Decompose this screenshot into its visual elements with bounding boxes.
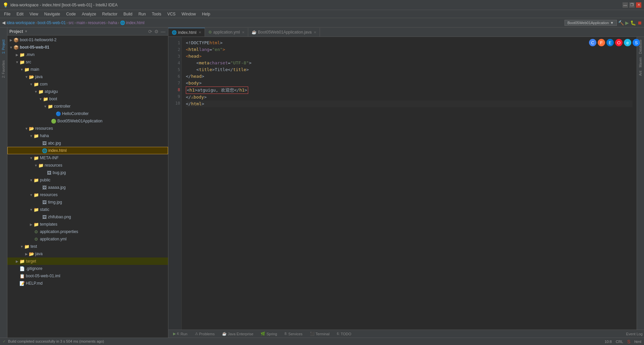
collapse-button[interactable]: — [160, 29, 166, 34]
tree-item-resources[interactable]: ▼ 📂 resources [7, 125, 168, 132]
gear-icon[interactable]: ⚙ [154, 29, 159, 34]
breadcrumb-main[interactable]: main [76, 20, 85, 25]
lang-label[interactable]: html [634, 340, 641, 344]
tree-item-zhifubao-png[interactable]: 🖼 zhifubao.png [7, 213, 168, 221]
breadcrumb-haha[interactable]: haha [108, 20, 117, 25]
tab-close-button[interactable]: ✕ [242, 31, 245, 34]
tree-item-target[interactable]: ▶ 📁 target [7, 257, 168, 265]
menu-navigate[interactable]: Navigate [42, 11, 63, 17]
menu-tools[interactable]: Tools [149, 11, 164, 17]
tab-label: index.html [178, 30, 197, 35]
menu-window[interactable]: Window [179, 11, 199, 17]
services-tab[interactable]: 8: Services [281, 330, 306, 338]
tree-item-boot-pkg[interactable]: ▼ 📁 boot [7, 95, 168, 103]
sidebar-tab-project[interactable]: 1: Project [1, 38, 6, 56]
tree-item-static[interactable]: ▼ 📁 static [7, 206, 168, 213]
tree-item-resources2[interactable]: ▼ 📁 resources [7, 162, 168, 169]
minimize-button[interactable]: — [623, 2, 628, 8]
tree-item-mvn[interactable]: ▶ 📁 .mvn [7, 51, 168, 58]
sync-button[interactable]: ⟳ [148, 29, 153, 34]
breadcrumb-src[interactable]: src [68, 20, 74, 25]
editor-tab-index-html[interactable]: 🌐 index.html ✕ [168, 28, 205, 37]
sidebar-tab-favorites[interactable]: 2: Favorites [1, 58, 6, 80]
java-enterprise-tab[interactable]: ☕ Java Enterprise [219, 330, 257, 338]
yaml-tab-icon: ⚙ [208, 30, 212, 35]
breadcrumb-resources[interactable]: resources [88, 20, 106, 25]
tree-item-test[interactable]: ▼ 📁 test [7, 243, 168, 250]
tree-item-bug-jpg[interactable]: 🖼 bug.jpg [7, 169, 168, 176]
intellij-icon: S [627, 339, 630, 344]
tree-item-timg-jpg[interactable]: 🖼 timg.jpg [7, 198, 168, 206]
tree-item-meta-inf[interactable]: ▼ 📁 META-INF [7, 154, 168, 162]
tree-item-haha[interactable]: ▼ 📁 haha [7, 132, 168, 139]
ant-panel-tab[interactable]: Ant [639, 69, 642, 77]
tree-item-aaaaa-jpg[interactable]: 🖼 aaaaa.jpg [7, 184, 168, 191]
tree-item-app-properties[interactable]: ⚙ application.properties [7, 228, 168, 235]
tree-item-boot05[interactable]: ▼ 📦 boot-05-web-01 [7, 44, 168, 51]
tree-item-gitignore[interactable]: 📄 .gitignore [7, 265, 168, 272]
opera-icon[interactable]: O [615, 39, 623, 46]
event-log-label[interactable]: Event Log [626, 332, 643, 336]
tree-item-com[interactable]: ▼ 📁 com [7, 80, 168, 88]
close-button[interactable]: ✕ [636, 2, 641, 8]
menu-run[interactable]: Run [136, 11, 149, 17]
tree-item-test-java[interactable]: ▶ 📂 java [7, 250, 168, 257]
maximize-button[interactable]: ❐ [629, 2, 635, 8]
breadcrumb-workspace[interactable]: idea-workspace [7, 20, 35, 25]
menu-code[interactable]: Code [63, 11, 78, 17]
tree-item-public[interactable]: ▼ 📁 public [7, 176, 168, 184]
line-ending[interactable]: CRL [616, 340, 623, 344]
run-config-selector[interactable]: Boot05Web01Application ▼ [565, 20, 617, 26]
build-button[interactable]: 🔨 [618, 20, 624, 25]
stop-button[interactable]: ⏹ [637, 20, 642, 25]
chrome-icon[interactable]: C [589, 39, 596, 46]
project-panel-dropdown[interactable]: ▼ [24, 30, 28, 33]
terminal-tab[interactable]: ⬛ Terminal [307, 330, 333, 338]
edge-icon[interactable]: E [606, 39, 614, 46]
spring-tab[interactable]: 🌿 Spring [257, 330, 280, 338]
todo-tab[interactable]: 6: TODO [333, 330, 355, 338]
tree-item-main[interactable]: ▼ 📁 main [7, 66, 168, 73]
editor-tab-boot05app[interactable]: ☕ Boot05Web01Application.java ✕ [248, 28, 320, 37]
tree-item-atguigu[interactable]: ▼ 📁 atguigu [7, 88, 168, 95]
menu-analyze[interactable]: Analyze [79, 11, 99, 17]
editor-tab-app-yml[interactable]: ⚙ application.yml ✕ [205, 28, 248, 37]
tree-item-java[interactable]: ▼ 📂 java [7, 73, 168, 80]
tree-item-help-md[interactable]: 📝 HELP.md [7, 280, 168, 287]
tree-item-resources3[interactable]: ▼ 📁 resources [7, 191, 168, 198]
tree-item-boot05app[interactable]: 🟢 Boot05Web01Application [7, 117, 168, 125]
menu-edit[interactable]: Edit [14, 11, 26, 17]
breadcrumb-module[interactable]: boot-05-web-01 [38, 20, 66, 25]
tree-item-controller[interactable]: ▼ 📁 controller [7, 103, 168, 110]
ie-icon[interactable]: e [624, 39, 631, 46]
tree-item-hello-controller[interactable]: 🔵 HelloController [7, 110, 168, 117]
menu-refactor[interactable]: Refactor [100, 11, 120, 17]
tree-item-app-yml[interactable]: ⚙ application.yml [7, 235, 168, 243]
menu-help[interactable]: Help [199, 11, 213, 17]
cursor-position[interactable]: 10:8 [604, 340, 611, 344]
database-panel-tab[interactable]: Database [639, 38, 642, 55]
code-editor[interactable]: <!DOCTYPE html> <html lang="en"> <head> … [182, 37, 637, 330]
tree-item-index-html[interactable]: 🌐 index.html [7, 147, 168, 154]
tree-item-abc-jpg[interactable]: 🖼 abc.jpg [7, 139, 168, 147]
maven-panel-tab[interactable]: Maven [639, 56, 642, 69]
menu-file[interactable]: File [1, 11, 13, 17]
tab-close-button[interactable]: ✕ [199, 31, 201, 34]
folder-icon: 📁 [34, 133, 39, 138]
firefox-icon[interactable]: F [598, 39, 605, 46]
tree-arrow: ▶ [29, 223, 34, 226]
run-button[interactable]: ▶ [625, 20, 629, 25]
tree-item-iml[interactable]: 📋 boot-05-web-01.iml [7, 272, 168, 280]
tree-item-templates[interactable]: ▶ 📁 templates [7, 221, 168, 228]
menu-view[interactable]: View [27, 11, 41, 17]
tree-item-boot01[interactable]: ▶ 📦 boot-01-helloworld-2 [7, 36, 168, 44]
tab-close-button[interactable]: ✕ [314, 31, 316, 34]
run-tab[interactable]: ▶ 4: Run [170, 330, 191, 338]
back-button[interactable]: ◀ [2, 20, 5, 25]
menu-vcs[interactable]: VCS [165, 11, 178, 17]
tree-item-src[interactable]: ▼ 📁 src [7, 58, 168, 66]
problems-tab[interactable]: ⚠ Problems [192, 330, 218, 338]
breadcrumb-file[interactable]: 🌐 index.html [120, 20, 145, 25]
menu-build[interactable]: Build [121, 11, 135, 17]
debug-button[interactable]: 🐛 [630, 20, 636, 25]
